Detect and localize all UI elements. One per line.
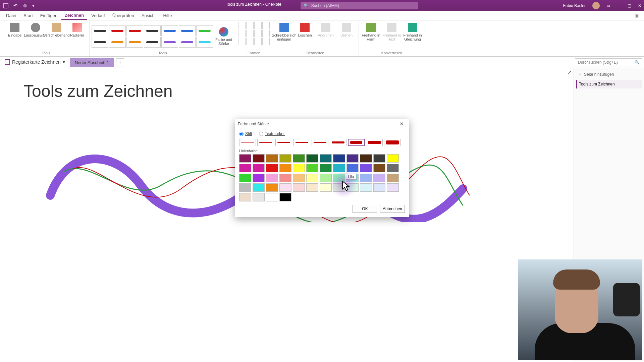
color-swatch[interactable] bbox=[320, 174, 332, 182]
color-swatch[interactable] bbox=[320, 154, 332, 163]
mouse-cursor bbox=[342, 181, 350, 191]
color-swatch[interactable] bbox=[279, 183, 291, 192]
thickness-option[interactable] bbox=[330, 139, 346, 146]
color-swatch[interactable] bbox=[306, 164, 318, 172]
color-swatch[interactable] bbox=[253, 193, 265, 201]
dialog-title: Farbe und Stärke bbox=[238, 122, 269, 126]
color-grid bbox=[239, 154, 405, 201]
ok-button[interactable]: OK bbox=[353, 205, 377, 213]
color-swatch[interactable] bbox=[239, 164, 251, 172]
color-swatch[interactable] bbox=[253, 154, 265, 163]
color-swatch[interactable] bbox=[387, 183, 399, 192]
color-swatch[interactable] bbox=[239, 174, 251, 182]
color-swatch[interactable] bbox=[387, 164, 399, 172]
color-swatch[interactable] bbox=[373, 164, 385, 172]
color-swatch[interactable] bbox=[239, 193, 251, 201]
color-swatch[interactable] bbox=[306, 183, 318, 192]
color-swatch[interactable] bbox=[293, 183, 305, 192]
pen-radio[interactable]: Stift bbox=[239, 131, 252, 136]
color-swatch[interactable] bbox=[306, 174, 318, 182]
highlighter-radio[interactable]: Textmarker bbox=[259, 131, 285, 136]
color-swatch[interactable] bbox=[279, 174, 291, 182]
color-swatch[interactable] bbox=[373, 154, 385, 163]
color-swatch[interactable] bbox=[266, 174, 278, 182]
thickness-option[interactable] bbox=[275, 139, 292, 146]
thickness-option[interactable] bbox=[239, 139, 256, 146]
color-thickness-dialog: Farbe und Stärke ✕ Stift Textmarker Lini… bbox=[235, 119, 409, 217]
color-swatch[interactable] bbox=[387, 174, 399, 182]
thickness-option[interactable] bbox=[366, 139, 383, 146]
color-swatch[interactable] bbox=[266, 183, 278, 192]
color-swatch[interactable] bbox=[293, 154, 305, 163]
color-swatch[interactable] bbox=[293, 164, 305, 172]
thickness-option[interactable] bbox=[348, 139, 365, 146]
thickness-option[interactable] bbox=[257, 139, 274, 146]
color-swatch[interactable] bbox=[320, 183, 332, 192]
color-swatch[interactable] bbox=[253, 183, 265, 192]
color-swatch[interactable] bbox=[266, 193, 278, 201]
color-swatch[interactable] bbox=[360, 154, 372, 163]
thickness-option[interactable] bbox=[293, 139, 310, 146]
thickness-option[interactable] bbox=[384, 139, 401, 146]
color-swatch[interactable] bbox=[253, 164, 265, 172]
color-swatch[interactable] bbox=[293, 174, 305, 182]
color-swatch[interactable] bbox=[360, 164, 372, 172]
modal-overlay: Farbe und Stärke ✕ Stift Textmarker Lini… bbox=[0, 0, 644, 362]
color-swatch[interactable] bbox=[306, 154, 318, 163]
color-tooltip: Lila bbox=[346, 174, 356, 180]
color-section-label: Linienfarbe: bbox=[239, 149, 405, 153]
color-swatch[interactable] bbox=[279, 154, 291, 163]
color-swatch[interactable] bbox=[253, 174, 265, 182]
thickness-picker bbox=[239, 139, 405, 146]
color-swatch[interactable] bbox=[373, 183, 385, 192]
color-swatch[interactable] bbox=[239, 183, 251, 192]
color-swatch[interactable] bbox=[373, 174, 385, 182]
color-swatch[interactable] bbox=[360, 174, 372, 182]
color-swatch[interactable] bbox=[320, 164, 332, 172]
color-swatch[interactable] bbox=[387, 154, 399, 163]
color-swatch[interactable] bbox=[346, 154, 359, 163]
color-swatch[interactable] bbox=[266, 154, 278, 163]
cancel-button[interactable]: Abbrechen bbox=[380, 205, 405, 213]
color-swatch[interactable] bbox=[333, 164, 345, 172]
color-swatch[interactable] bbox=[279, 193, 291, 201]
color-swatch[interactable] bbox=[239, 154, 251, 163]
color-swatch[interactable] bbox=[333, 154, 345, 163]
thickness-option[interactable] bbox=[312, 139, 328, 146]
close-icon[interactable]: ✕ bbox=[397, 121, 406, 127]
color-swatch[interactable] bbox=[279, 164, 291, 172]
color-swatch[interactable] bbox=[266, 164, 278, 172]
color-swatch[interactable] bbox=[346, 164, 359, 172]
color-swatch[interactable] bbox=[360, 183, 372, 192]
